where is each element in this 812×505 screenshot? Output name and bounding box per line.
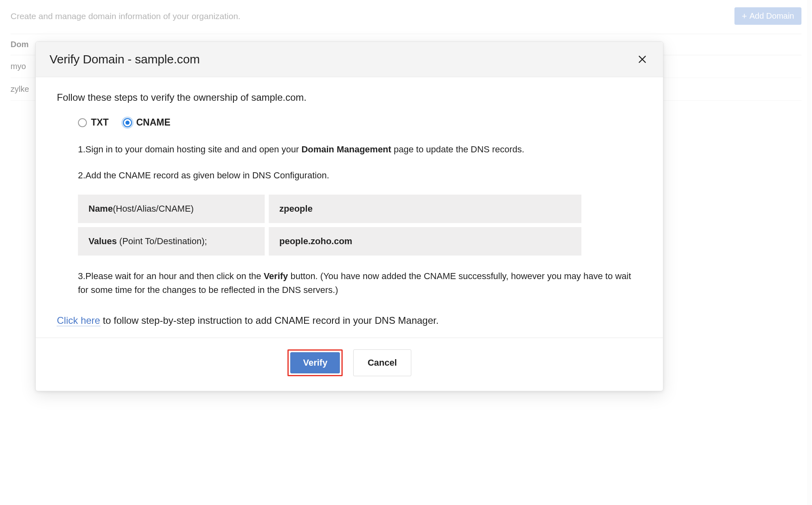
step-3: 3.Please wait for an hour and then click… [78,269,642,297]
dns-table: Name(Host/Alias/CNAME) zpeople Values (P… [78,195,581,256]
modal-footer: Verify Cancel [36,338,663,391]
radio-icon [78,118,87,127]
add-domain-label: Add Domain [749,11,794,21]
dns-values-label-cell: Values (Point To/Destination); [78,227,265,256]
step-2: 2.Add the CNAME record as given below in… [78,169,642,182]
modal-header: Verify Domain - sample.com [36,42,663,77]
step1-pre: 1.Sign in to your domain hosting site an… [78,144,301,154]
bg-topbar: Create and manage domain information of … [11,0,801,34]
plus-icon: + [742,12,747,21]
dns-name-value-cell: zpeople [269,195,581,223]
radio-txt[interactable]: TXT [78,117,108,128]
radio-txt-label: TXT [91,117,108,128]
helper-line: Click here to follow step-by-step instru… [57,315,642,326]
verify-domain-modal: Verify Domain - sample.com Follow these … [35,41,663,391]
step-1: 1.Sign in to your domain hosting site an… [78,143,642,156]
intro-text: Follow these steps to verify the ownersh… [57,92,642,103]
close-icon [637,54,648,65]
verify-highlight-box: Verify [287,349,343,376]
verify-button[interactable]: Verify [290,352,340,373]
close-button[interactable] [635,52,649,66]
modal-title: Verify Domain - sample.com [50,52,200,66]
radio-cname-label: CNAME [136,117,170,128]
add-domain-button[interactable]: + Add Domain [734,7,801,25]
step1-post: page to update the DNS records. [391,144,525,154]
scrollbar-hint [807,0,811,505]
step3-pre: 3.Please wait for an hour and then click… [78,271,263,281]
step1-bold: Domain Management [301,144,391,154]
dns-name-label-strong: Name [89,204,113,214]
dns-name-label-cell: Name(Host/Alias/CNAME) [78,195,265,223]
step3-bold: Verify [263,271,288,281]
radio-icon [123,118,132,127]
cancel-button[interactable]: Cancel [353,349,411,376]
dns-values-label-rest: (Point To/Destination); [117,236,207,246]
dns-values-value-cell: people.zoho.com [269,227,581,256]
click-here-link[interactable]: Click here [57,315,100,326]
modal-body: Follow these steps to verify the ownersh… [36,77,663,338]
helper-rest: to follow step-by-step instruction to ad… [100,315,439,326]
bg-description: Create and manage domain information of … [11,11,240,21]
dns-values-label-strong: Values [89,236,117,246]
radio-cname[interactable]: CNAME [123,117,170,128]
dns-name-label-rest: (Host/Alias/CNAME) [113,204,194,214]
record-type-radios: TXT CNAME [78,117,642,128]
